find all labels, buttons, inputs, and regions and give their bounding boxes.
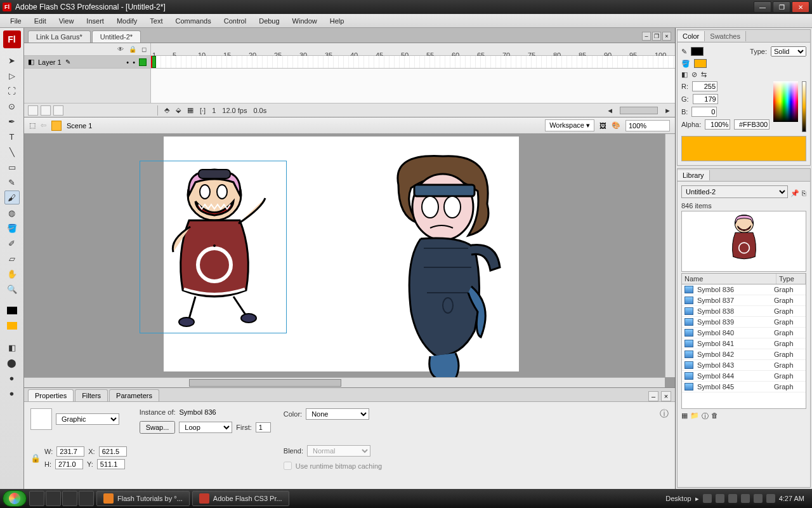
free-transform-tool[interactable]: ⛶ [4,84,20,98]
tab-swatches[interactable]: Swatches [705,31,746,41]
y-input[interactable] [97,459,125,469]
library-item[interactable]: Symbol 842Graph [682,349,806,360]
properties-icon[interactable]: ⓘ [702,411,709,421]
stage-area[interactable] [24,134,675,387]
brightness-slider[interactable] [802,81,806,132]
tray-icon[interactable] [716,494,724,503]
scrollbar-vertical[interactable] [665,134,675,377]
eraser-tool[interactable]: ▱ [4,251,20,265]
tool-option-2[interactable]: ⬤ [4,356,20,370]
library-item[interactable]: Symbol 845Graph [682,382,806,392]
library-item[interactable]: Symbol 837Graph [682,295,806,306]
text-tool[interactable]: T [4,130,20,144]
tray-icon[interactable] [754,494,763,503]
eyedropper-tool[interactable]: ✐ [4,236,20,250]
ink-bottle-tool[interactable]: ◍ [4,206,20,220]
brush-shape[interactable]: ● [4,386,20,400]
tab-library[interactable]: Library [678,170,710,180]
outline-icon[interactable]: ◻ [141,46,147,53]
library-list-header[interactable]: Name Type [681,273,806,284]
selection-box[interactable] [140,161,287,333]
workspace-dropdown[interactable]: Workspace ▾ [545,119,594,131]
new-library-icon[interactable]: ⎘ [802,189,806,197]
b-input[interactable] [691,107,717,117]
stroke-color[interactable] [4,304,20,318]
new-folder-icon[interactable]: 📁 [690,411,699,421]
modify-markers-icon[interactable]: [·] [200,107,206,114]
delete-icon[interactable]: 🗑 [711,411,718,421]
frames-area[interactable] [151,56,675,68]
tab-properties[interactable]: Properties [28,389,74,401]
scrollbar-horizontal[interactable] [24,377,665,387]
x-input[interactable] [99,446,127,457]
minimize-button[interactable]: — [754,1,771,13]
library-item[interactable]: Symbol 836Graph [682,284,806,295]
swap-colors-icon[interactable]: ⇆ [701,70,707,79]
new-symbol-icon[interactable]: ▦ [681,411,688,421]
library-item[interactable]: Symbol 843Graph [682,360,806,371]
tray-icon[interactable] [741,494,750,503]
height-input[interactable] [55,459,83,469]
back-icon[interactable]: ⇦ [41,121,46,130]
alpha-input[interactable] [705,119,730,130]
task-flash[interactable]: Adobe Flash CS3 Pr... [192,491,289,506]
library-item[interactable]: Symbol 844Graph [682,371,806,382]
new-folder-button[interactable] [41,105,51,116]
library-item[interactable]: Symbol 841Graph [682,338,806,349]
library-item[interactable]: Symbol 840Graph [682,328,806,338]
edit-symbol-button[interactable]: 🎨 [612,121,620,130]
width-input[interactable] [56,446,84,457]
tool-option-1[interactable]: ◧ [4,340,20,354]
doc-minimize-icon[interactable]: – [642,32,651,41]
fill-color[interactable] [4,319,20,333]
lasso-tool[interactable]: ⊙ [4,99,20,113]
tab-color[interactable]: Color [678,31,705,41]
start-button[interactable] [3,490,27,507]
first-frame-input[interactable] [256,422,271,432]
menu-debug[interactable]: Debug [252,17,285,25]
layer-row[interactable]: ◧ Layer 1 ✎ •• [24,56,151,68]
tab-filters[interactable]: Filters [75,389,108,401]
ql-icon-3[interactable] [62,491,77,506]
tray-icon[interactable] [728,494,737,503]
menu-insert[interactable]: Insert [80,17,110,25]
close-button[interactable]: ✕ [792,1,809,13]
panel-minimize-icon[interactable]: – [648,391,658,401]
lock-icon[interactable]: 🔒 [30,453,41,463]
panel-close-icon[interactable]: × [661,391,671,401]
ql-icon-2[interactable] [46,491,61,506]
g-input[interactable] [693,94,718,104]
rectangle-tool[interactable]: ▭ [4,160,20,174]
character-2[interactable] [367,147,519,382]
swap-button[interactable]: Swap... [140,421,176,434]
brush-tool[interactable]: 🖌 [4,190,20,204]
menu-text[interactable]: Text [143,17,169,25]
lock-icon[interactable]: 🔒 [129,46,136,53]
line-tool[interactable]: ╲ [4,145,20,159]
clock[interactable]: 4:27 AM [779,495,804,502]
nocolor-icon[interactable]: ⊘ [691,70,697,79]
hand-tool[interactable]: ✋ [4,267,20,281]
fill-icon[interactable]: 🪣 [681,60,690,68]
scene-name[interactable]: Scene 1 [67,122,92,130]
pencil-tool[interactable]: ✎ [4,175,20,189]
menu-help[interactable]: Help [324,17,351,25]
menu-window[interactable]: Window [286,17,324,25]
desktop-label[interactable]: Desktop [665,495,691,502]
library-item[interactable]: Symbol 838Graph [682,306,806,317]
edit-multiple-icon[interactable]: ▦ [187,106,193,114]
pin-icon[interactable]: 📌 [790,189,799,197]
new-layer-button[interactable] [28,105,38,116]
doc-restore-icon[interactable]: ❐ [652,32,661,41]
fill-type-select[interactable]: Solid [771,46,806,57]
edit-scene-button[interactable]: 🖼 [599,122,606,130]
eye-icon[interactable]: 👁 [117,46,124,53]
pen-tool[interactable]: ✒ [4,114,20,128]
zoom-input[interactable] [625,120,670,131]
library-item[interactable]: Symbol 839Graph [682,317,806,328]
library-list[interactable]: Symbol 836GraphSymbol 837GraphSymbol 838… [681,284,806,409]
color-spectrum[interactable] [773,81,797,122]
menu-modify[interactable]: Modify [110,17,143,25]
edit-scene-icon[interactable]: ⬚ [29,121,36,130]
symbol-type-select[interactable]: Graphic [56,413,119,425]
